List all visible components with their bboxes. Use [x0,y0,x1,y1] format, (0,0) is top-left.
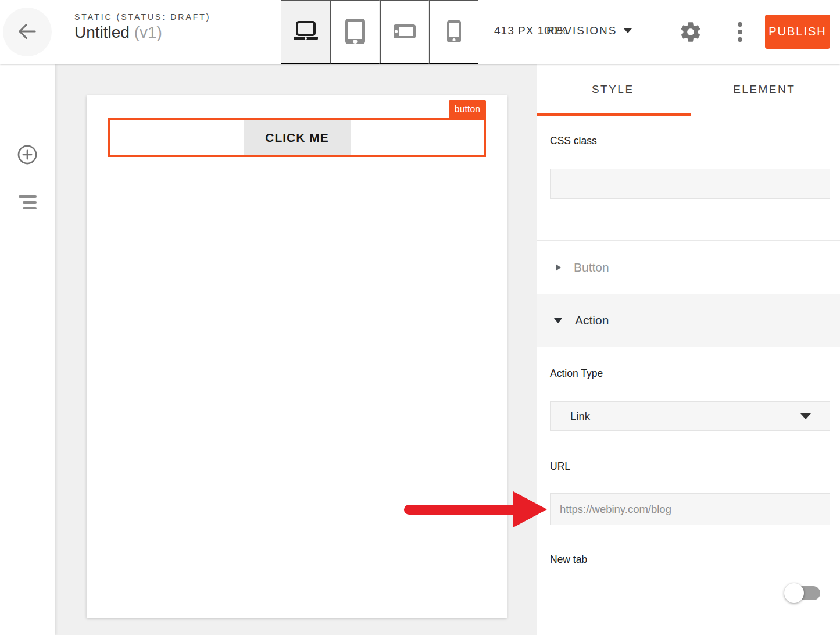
element-selection-outline[interactable]: CLICK ME [108,118,486,157]
arrow-left-icon [15,19,40,45]
css-class-input[interactable] [550,169,830,199]
action-type-label: Action Type [550,368,603,380]
device-mobile-landscape-button[interactable] [380,0,429,64]
active-tab-indicator [537,113,691,116]
chevron-down-icon [800,413,811,419]
laptop-icon [292,20,320,44]
section-button-header[interactable]: Button [537,241,840,294]
tablet-icon [345,18,366,47]
header-divider [56,7,56,56]
page-status-label: STATIC (STATUS: DRAFT) [74,12,211,22]
chevron-down-icon [554,318,562,323]
tab-element[interactable]: ELEMENT [689,64,840,115]
toggle-thumb [784,583,804,603]
phone-landscape-icon [393,24,416,41]
top-bar: STATIC (STATUS: DRAFT) Untitled (v1) [0,0,840,64]
phone-portrait-icon [446,20,462,45]
revisions-dropdown[interactable]: REVISIONS [546,24,632,37]
publish-button[interactable]: PUBLISH [765,15,830,49]
device-tablet-button[interactable] [330,0,380,64]
new-tab-toggle[interactable] [787,586,820,600]
action-type-value: Link [570,410,590,423]
action-type-select[interactable]: Link [550,401,830,431]
device-desktop-button[interactable] [281,0,330,64]
css-class-label: CSS class [550,135,597,147]
section-action-header[interactable]: Action [537,294,840,347]
page-version: (v1) [134,23,162,41]
url-label: URL [550,461,570,473]
more-options-button[interactable] [731,17,749,47]
canvas-button-element[interactable]: CLICK ME [244,120,351,155]
page-title-block: STATIC (STATUS: DRAFT) Untitled (v1) [74,12,211,42]
left-toolbar [0,64,55,635]
panel-tab-bar: STYLE ELEMENT [537,64,840,115]
chevron-down-icon [624,28,632,33]
section-action-title: Action [575,313,609,327]
device-mobile-portrait-button[interactable] [429,0,478,64]
tab-style[interactable]: STYLE [537,64,689,115]
list-lines-icon [19,195,37,209]
kebab-menu-icon [731,22,749,42]
selected-element-tag: button [449,100,486,118]
section-button-title: Button [574,261,609,274]
plus-circle-icon [16,159,38,167]
gear-icon [679,37,702,45]
page-title: Untitled (v1) [74,23,211,42]
chevron-right-icon [556,264,561,271]
page-builder-app: STATIC (STATUS: DRAFT) Untitled (v1) [0,0,840,635]
editor-canvas: button CLICK ME [55,64,537,635]
new-tab-label: New tab [550,554,587,566]
viewport-info-zone: 413 PX 100% REVISIONS [478,0,599,64]
back-button[interactable] [3,8,52,56]
page-document[interactable]: button CLICK ME [87,95,507,618]
device-preview-bar [281,0,478,64]
add-element-button[interactable] [16,144,38,166]
element-settings-panel: STYLE ELEMENT CSS class Button Action Ac… [537,64,840,635]
settings-button[interactable] [679,20,702,44]
navigator-button[interactable] [19,195,37,212]
url-input[interactable] [550,493,830,525]
